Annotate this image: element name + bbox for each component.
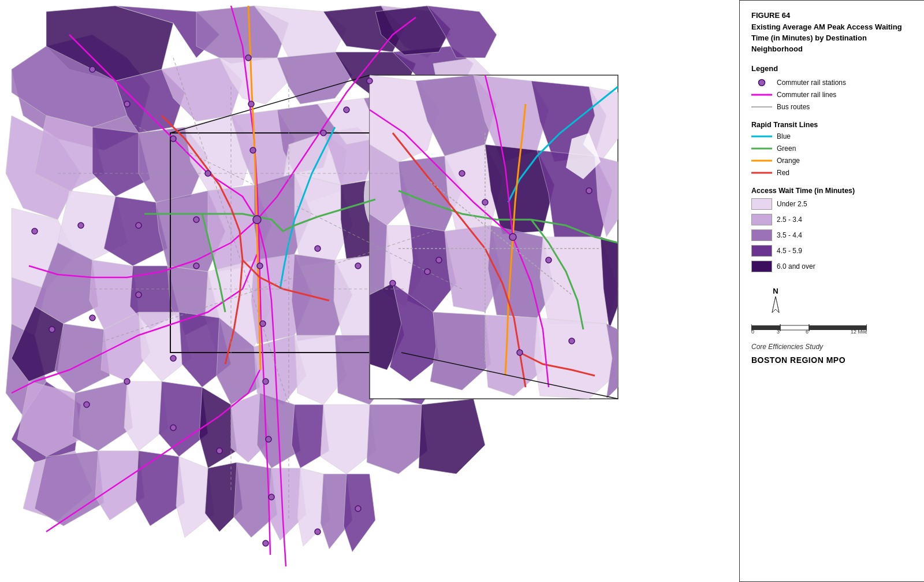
svg-point-152 xyxy=(257,263,263,269)
svg-point-162 xyxy=(355,263,361,269)
svg-rect-183 xyxy=(780,325,809,330)
legend-item-green: Green xyxy=(751,144,912,153)
svg-point-169 xyxy=(217,448,222,454)
legend-item-rail-lines: Commuter rail lines xyxy=(751,91,912,99)
map-area xyxy=(0,0,739,582)
legend-item-red: Red xyxy=(751,169,912,177)
blue-line-symbol xyxy=(751,134,772,139)
svg-point-150 xyxy=(78,223,84,228)
svg-point-148 xyxy=(193,217,199,223)
legend-stations-label: Commuter rail stations xyxy=(777,79,846,87)
svg-point-126 xyxy=(436,257,442,263)
svg-point-173 xyxy=(759,79,765,86)
svg-point-146 xyxy=(344,107,349,113)
svg-point-161 xyxy=(315,246,321,251)
scale-bar: 0 3 6 12 Miles xyxy=(751,321,867,333)
svg-marker-181 xyxy=(772,296,779,313)
station-symbol xyxy=(751,79,772,87)
svg-text:3: 3 xyxy=(777,329,780,333)
color-box-under-2-5 xyxy=(751,198,772,210)
svg-point-163 xyxy=(390,280,396,286)
legend-item-under-2-5: Under 2.5 xyxy=(751,198,912,210)
svg-point-166 xyxy=(124,379,130,384)
svg-point-125 xyxy=(569,338,575,344)
map-svg xyxy=(0,0,739,582)
svg-point-139 xyxy=(124,101,130,107)
legend-item-4-5-5-9: 4.5 - 5.9 xyxy=(751,245,912,257)
svg-point-167 xyxy=(84,402,90,407)
legend-item-2-5-3-4: 2.5 - 3.4 xyxy=(751,214,912,225)
legend-bus-label: Bus routes xyxy=(777,103,810,111)
legend-title: Legend xyxy=(751,64,912,73)
north-arrow-section: N 0 3 6 12 Miles xyxy=(751,287,912,333)
rapid-transit-title: Rapid Transit Lines xyxy=(751,121,912,129)
svg-point-143 xyxy=(248,101,254,107)
svg-point-124 xyxy=(517,350,523,355)
north-label: N xyxy=(773,287,778,295)
svg-point-157 xyxy=(193,263,199,269)
svg-point-121 xyxy=(482,199,488,205)
orange-line-symbol xyxy=(751,158,772,164)
svg-point-159 xyxy=(90,315,95,321)
legend-blue-label: Blue xyxy=(777,132,791,140)
legend-item-3-5-4-4: 3.5 - 4.4 xyxy=(751,229,912,241)
legend-orange-label: Orange xyxy=(777,157,800,165)
legend-3-5-4-4-label: 3.5 - 4.4 xyxy=(777,231,802,239)
legend-under-2-5-label: Under 2.5 xyxy=(777,200,807,208)
svg-point-171 xyxy=(315,529,321,535)
legend-item-orange: Orange xyxy=(751,157,912,165)
svg-rect-182 xyxy=(751,325,780,330)
legend-item-stations: Commuter rail stations xyxy=(751,79,912,87)
svg-point-120 xyxy=(509,233,516,240)
svg-point-142 xyxy=(245,55,251,61)
legend-rail-label: Commuter rail lines xyxy=(777,91,836,99)
legend-panel: FIGURE 64 Existing Average AM Peak Acces… xyxy=(739,0,924,582)
color-box-3-5-4-4 xyxy=(751,229,772,241)
svg-point-149 xyxy=(136,223,141,228)
svg-point-164 xyxy=(424,269,430,275)
svg-point-147 xyxy=(367,78,372,84)
svg-point-170 xyxy=(263,540,269,546)
north-arrow: N xyxy=(769,287,783,316)
svg-text:0: 0 xyxy=(751,329,754,333)
svg-text:6: 6 xyxy=(806,329,808,333)
svg-point-144 xyxy=(250,147,256,153)
green-line-symbol xyxy=(751,146,772,151)
svg-point-145 xyxy=(321,130,326,136)
color-box-4-5-5-9 xyxy=(751,245,772,257)
svg-point-127 xyxy=(586,188,592,194)
svg-point-138 xyxy=(90,66,95,72)
legend-item-bus-routes: Bus routes xyxy=(751,103,912,111)
legend-item-6-plus: 6.0 and over xyxy=(751,261,912,272)
svg-point-172 xyxy=(355,506,361,511)
inset-map xyxy=(370,75,618,399)
svg-point-165 xyxy=(170,355,176,361)
svg-point-123 xyxy=(546,257,552,263)
svg-point-156 xyxy=(269,494,274,500)
svg-point-141 xyxy=(205,170,211,176)
bus-route-symbol xyxy=(751,104,772,110)
wait-time-title: Access Wait Time (in Minutes) xyxy=(751,187,912,195)
svg-point-168 xyxy=(170,425,176,431)
mpo-label: BOSTON REGION MPO xyxy=(751,355,912,365)
legend-6-plus-label: 6.0 and over xyxy=(777,262,815,270)
svg-point-155 xyxy=(266,436,271,442)
svg-point-158 xyxy=(136,292,141,298)
svg-text:12 Miles: 12 Miles xyxy=(851,329,867,333)
color-box-2-5-3-4 xyxy=(751,214,772,225)
svg-point-151 xyxy=(32,228,38,234)
color-box-6-plus xyxy=(751,261,772,272)
svg-point-137 xyxy=(253,216,261,224)
svg-point-153 xyxy=(260,321,266,327)
figure-title: Existing Average AM Peak Access Waiting … xyxy=(751,22,912,55)
legend-item-blue: Blue xyxy=(751,132,912,140)
svg-point-140 xyxy=(170,136,176,142)
svg-point-160 xyxy=(49,327,55,332)
figure-number: FIGURE 64 xyxy=(751,11,912,20)
legend-green-label: Green xyxy=(777,144,796,153)
study-label: Core Efficiencies Study xyxy=(751,343,912,351)
svg-point-122 xyxy=(459,170,465,176)
legend-4-5-5-9-label: 4.5 - 5.9 xyxy=(777,247,802,255)
legend-red-label: Red xyxy=(777,169,789,177)
rail-line-symbol xyxy=(751,92,772,98)
